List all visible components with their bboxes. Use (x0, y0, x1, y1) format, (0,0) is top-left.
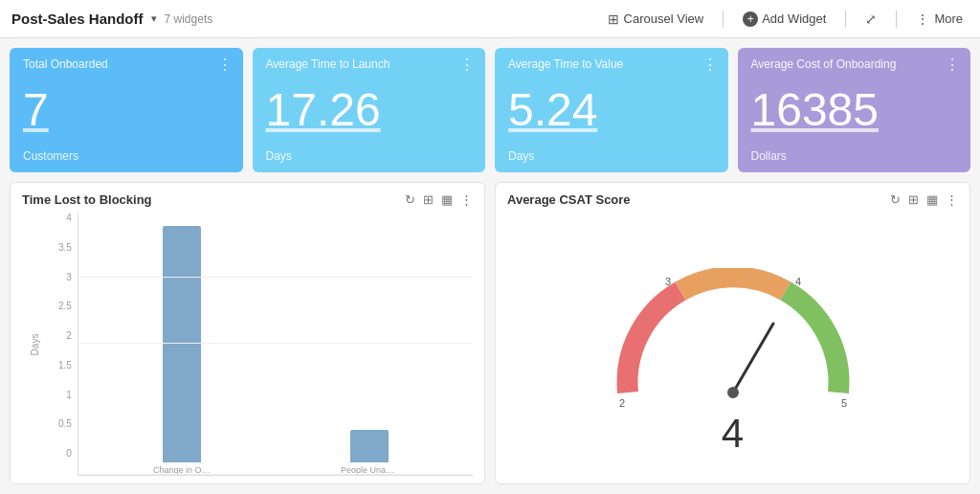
bar-group: Change in Or... (88, 213, 276, 475)
kpi-more-menu-1[interactable]: ⋮ (217, 56, 234, 74)
kpi-value-2: 17.26 (266, 87, 473, 133)
kpi-title-1: Total Onboarded (23, 57, 230, 71)
dropdown-icon[interactable]: ▾ (151, 12, 157, 25)
refresh-icon[interactable]: ↻ (405, 192, 415, 207)
bar-label: Change in Or... (153, 465, 211, 475)
table-icon[interactable]: ⊞ (423, 192, 434, 207)
kpi-row: Total Onboarded 7 Customers ⋮ Average Ti… (10, 48, 970, 172)
gauge-chart-actions: ↻ ⊞ ▦ ⋮ (890, 192, 958, 207)
carousel-view-button[interactable]: ⊞ Carousel View (602, 8, 710, 31)
carousel-view-label: Carousel View (624, 11, 704, 26)
column-icon[interactable]: ▦ (441, 192, 453, 207)
kpi-value-3: 5.24 (508, 87, 715, 133)
more-label: More (934, 11, 963, 26)
kpi-card-avg-value: Average Time to Value 5.24 Days ⋮ (495, 48, 728, 172)
kpi-title-2: Average Time to Launch (266, 57, 473, 71)
divider2 (845, 11, 846, 28)
bar (350, 430, 389, 462)
kpi-card-avg-cost: Average Cost of Onboarding 16385 Dollars… (738, 48, 971, 172)
header: Post-Sales Handoff ▾ 7 widgets ⊞ Carouse… (0, 0, 980, 38)
kpi-unit-4: Dollars (751, 149, 958, 163)
kpi-unit-2: Days (266, 149, 473, 163)
header-left: Post-Sales Handoff ▾ 7 widgets (11, 11, 602, 27)
add-widget-label: Add Widget (762, 11, 826, 26)
kpi-card-avg-launch: Average Time to Launch 17.26 Days ⋮ (253, 48, 486, 172)
add-icon: + (743, 11, 758, 27)
bar-chart-inner: Change in Or... People Unava... (78, 213, 473, 476)
gauge-needle (733, 324, 773, 393)
kpi-title-3: Average Time to Value (508, 57, 715, 71)
chart-row: Time Lost to Blocking ↻ ⊞ ▦ ⋮ Days 4 (10, 182, 970, 484)
kpi-value-1: 7 (23, 87, 230, 133)
kpi-unit-1: Customers (23, 149, 230, 163)
carousel-icon: ⊞ (608, 11, 619, 27)
bar-chart-header: Time Lost to Blocking ↻ ⊞ ▦ ⋮ (22, 192, 473, 207)
kpi-value-4: 16385 (751, 87, 958, 133)
gauge-chart-header: Average CSAT Score ↻ ⊞ ▦ ⋮ (507, 192, 958, 207)
header-right: ⊞ Carousel View + Add Widget ⤢ ⋮ More (602, 8, 969, 31)
bars-area: Change in Or... People Unava... (78, 213, 473, 476)
bar-chart-title: Time Lost to Blocking (22, 192, 152, 207)
more-button[interactable]: ⋮ More (910, 8, 969, 31)
y-axis: 4 3.5 3 2.5 2 1.5 1 0.5 0 (58, 213, 78, 476)
kpi-more-menu-3[interactable]: ⋮ (702, 56, 719, 74)
main-content: Total Onboarded 7 Customers ⋮ Average Ti… (0, 38, 980, 494)
widget-count: 7 widgets (165, 12, 213, 26)
gauge-refresh-icon[interactable]: ↻ (890, 192, 901, 207)
gauge-center (727, 387, 739, 398)
svg-text:2: 2 (618, 397, 624, 409)
svg-text:4: 4 (794, 276, 800, 287)
more-icon: ⋮ (916, 11, 929, 27)
divider3 (896, 11, 897, 28)
arrange-button[interactable]: ⤢ (859, 8, 882, 31)
arrange-icon: ⤢ (865, 11, 877, 27)
bar-chart-area: Days 4 3.5 3 2.5 2 1.5 1 0.5 0 (22, 213, 473, 476)
gauge-chart-title: Average CSAT Score (507, 192, 631, 207)
divider (723, 11, 724, 28)
kpi-more-menu-4[interactable]: ⋮ (945, 56, 961, 74)
dashboard-title: Post-Sales Handoff (11, 11, 144, 27)
add-widget-button[interactable]: + Add Widget (737, 8, 832, 31)
kpi-unit-3: Days (508, 149, 715, 163)
gauge-table-icon[interactable]: ⊞ (908, 192, 919, 207)
gauge-more-icon[interactable]: ⋮ (946, 192, 958, 207)
gauge-chart-card: Average CSAT Score ↻ ⊞ ▦ ⋮ (495, 182, 970, 484)
kpi-title-4: Average Cost of Onboarding (751, 57, 958, 71)
bar-chart-body: Days 4 3.5 3 2.5 2 1.5 1 0.5 0 (22, 213, 473, 476)
bar-chart-card: Time Lost to Blocking ↻ ⊞ ▦ ⋮ Days 4 (10, 182, 485, 484)
svg-text:5: 5 (840, 397, 846, 409)
kpi-more-menu-2[interactable]: ⋮ (459, 56, 476, 74)
bar-label: People Unava... (341, 465, 398, 475)
gauge-value: 4 (722, 411, 744, 457)
more-icon-bar[interactable]: ⋮ (460, 192, 473, 207)
kpi-card-total-onboarded: Total Onboarded 7 Customers ⋮ (10, 48, 243, 172)
bar-chart-actions: ↻ ⊞ ▦ ⋮ (405, 192, 473, 207)
bar-group: People Unava... (276, 213, 463, 475)
gauge-column-icon[interactable]: ▦ (926, 192, 938, 207)
bar (163, 226, 201, 462)
svg-text:3: 3 (664, 276, 670, 287)
gauge-chart-body: 2 3 4 5 (507, 213, 958, 476)
gauge-area: 2 3 4 5 (507, 213, 958, 476)
gauge-svg: 2 3 4 5 (609, 268, 858, 421)
y-axis-label: Days (30, 333, 40, 355)
